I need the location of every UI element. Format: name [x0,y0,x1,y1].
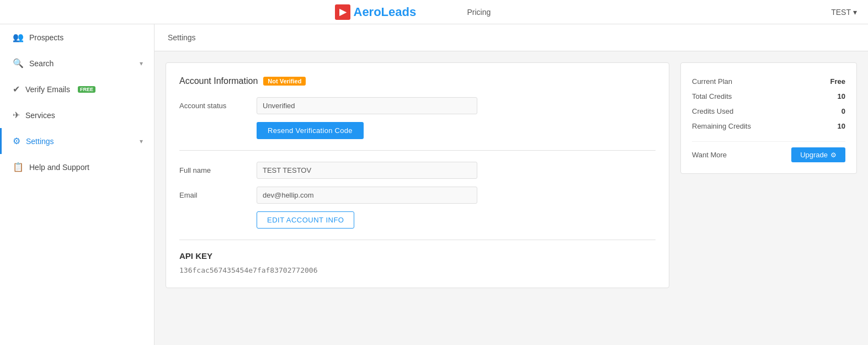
header: ▶ AeroLeads Pricing TEST ▾ [0,0,868,24]
prospects-icon: 👥 [13,32,24,43]
divider [179,150,656,151]
remaining-credits-value: 10 [838,122,845,130]
full-name-label: Full name [179,166,257,174]
sidebar-item-help-support[interactable]: 📋 Help and Support [0,154,154,180]
main-content: Settings Account Information Not Verifie… [155,24,868,345]
chevron-down-icon: ▾ [140,137,143,145]
email-group: Email [179,187,656,204]
content-area: Account Information Not Verified Account… [155,51,868,299]
account-status-group: Account status [179,97,656,114]
upgrade-icon: ⚙ [830,151,837,159]
resend-verification-button[interactable]: Resend Verification Code [257,122,364,139]
api-key-section: API KEY 136fcac567435454e7faf83702772006 [179,251,656,274]
sidebar-item-label: Search [29,59,54,68]
sidebar-item-services[interactable]: ✈ Services [0,102,154,128]
edit-button-row: EDIT ACCOUNT INFO [257,211,656,229]
free-badge: FREE [78,86,95,93]
current-plan-value: Free [830,77,845,86]
account-info-section: Account Information Not Verified Account… [179,76,656,229]
chevron-down-icon: ▾ [853,8,857,17]
right-panel: Current Plan Free Total Credits 10 Credi… [680,62,857,288]
services-icon: ✈ [13,110,20,120]
breadcrumb-text: Settings [168,33,196,42]
current-plan-label: Current Plan [692,77,732,86]
account-status-label: Account status [179,102,257,110]
api-key-title: API KEY [179,251,656,261]
upgrade-row: Want More Upgrade ⚙ [692,141,845,162]
not-verified-badge: Not Verified [263,77,306,86]
total-credits-row: Total Credits 10 [692,89,845,104]
header-user-menu[interactable]: TEST ▾ [831,8,857,17]
credits-card: Current Plan Free Total Credits 10 Credi… [680,62,857,174]
settings-icon: ⚙ [13,136,20,146]
help-icon: 📋 [13,162,24,172]
total-credits-value: 10 [838,92,845,100]
layout: 👥 Prospects 🔍 Search ▾ ✔ Verify Emails F… [0,24,868,345]
email-input[interactable] [257,187,477,204]
full-name-input[interactable] [257,162,477,179]
remaining-credits-label: Remaining Credits [692,122,751,130]
settings-panel: Account Information Not Verified Account… [166,62,669,288]
api-key-value[interactable]: 136fcac567435454e7faf83702772006 [179,266,656,274]
sidebar-item-settings[interactable]: ⚙ Settings ▾ [0,128,154,154]
logo-text: AeroLeads [354,5,417,19]
logo-icon: ▶ [335,4,350,20]
logo[interactable]: ▶ AeroLeads [335,4,417,20]
sidebar-item-search[interactable]: 🔍 Search ▾ [0,50,154,76]
credits-used-label: Credits Used [692,107,733,115]
sidebar-item-label: Prospects [29,33,63,42]
account-status-input[interactable] [257,97,477,114]
full-name-group: Full name [179,162,656,179]
section-title: Account Information Not Verified [179,76,656,86]
want-more-label: Want More [692,151,727,159]
email-label: Email [179,191,257,199]
sidebar-item-label: Services [25,111,55,120]
sidebar-item-verify-emails[interactable]: ✔ Verify Emails FREE [0,76,154,102]
page-breadcrumb: Settings [155,24,868,51]
verify-icon: ✔ [13,84,20,94]
search-icon: 🔍 [13,58,24,68]
chevron-down-icon: ▾ [140,60,143,67]
sidebar: 👥 Prospects 🔍 Search ▾ ✔ Verify Emails F… [0,24,155,345]
current-plan-row: Current Plan Free [692,74,845,89]
total-credits-label: Total Credits [692,92,732,100]
resend-row: Resend Verification Code [257,122,656,139]
account-info-title: Account Information [179,76,258,86]
sidebar-item-prospects[interactable]: 👥 Prospects [0,24,154,50]
credits-used-row: Credits Used 0 [692,104,845,119]
sidebar-item-label: Verify Emails [25,85,70,94]
sidebar-item-label: Settings [26,137,54,146]
header-nav: Pricing [462,8,497,17]
header-username: TEST [831,8,851,17]
nav-pricing[interactable]: Pricing [462,8,497,17]
divider-2 [179,240,656,240]
upgrade-button-label: Upgrade [800,151,828,159]
credits-used-value: 0 [842,107,845,115]
upgrade-button[interactable]: Upgrade ⚙ [791,147,845,162]
edit-account-info-button[interactable]: EDIT ACCOUNT INFO [257,211,354,229]
remaining-credits-row: Remaining Credits 10 [692,119,845,134]
sidebar-item-label: Help and Support [29,163,89,172]
logo-symbol: ▶ [339,7,346,17]
